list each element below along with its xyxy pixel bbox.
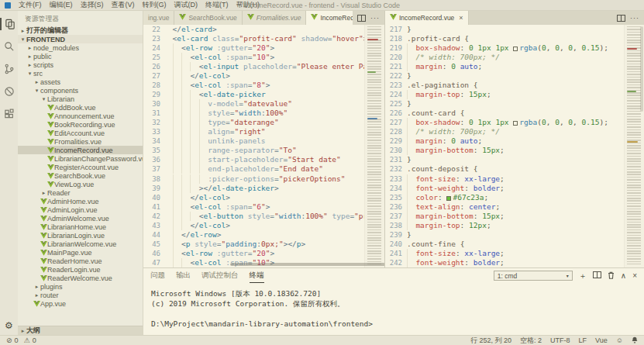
tree-item[interactable]: IncomeRecord.vue bbox=[18, 146, 143, 154]
tree-item[interactable]: ▸scripts bbox=[18, 60, 143, 69]
code-line[interactable]: <el-card class="profit-card" shadow="hov… bbox=[165, 34, 364, 43]
tree-item[interactable]: ReaderWelcome.vue bbox=[18, 274, 143, 282]
settings-gear-icon[interactable]: ⚙ bbox=[5, 321, 13, 330]
code-line[interactable]: :picker-options="pickerOptions" bbox=[165, 174, 364, 184]
code-line[interactable]: box-shadow: 0 1px 1px rgba(0, 0, 0, 0.15… bbox=[407, 43, 608, 53]
kill-terminal-icon[interactable] bbox=[608, 271, 615, 281]
menu-item[interactable]: 编辑(E) bbox=[46, 0, 77, 10]
code-line[interactable]: .count-card { bbox=[407, 109, 608, 118]
code-line[interactable]: v-model="datevalue" bbox=[165, 99, 364, 109]
tree-item[interactable]: BookRecording.vue bbox=[18, 120, 143, 129]
split-editor-icon[interactable] bbox=[357, 15, 366, 22]
code-line[interactable]: </el-col> bbox=[165, 71, 364, 81]
code-line[interactable]: text-align: center; bbox=[407, 202, 608, 212]
code-line[interactable]: </el-col> bbox=[165, 193, 364, 202]
tree-item[interactable]: ▾src bbox=[18, 69, 143, 78]
code-line[interactable]: .profit-card { bbox=[407, 34, 608, 43]
panel-tab[interactable]: 输出 bbox=[176, 269, 191, 283]
code-line[interactable]: font-weight: bolder; bbox=[407, 258, 608, 267]
code-line[interactable]: margin-top: 15px; bbox=[407, 90, 608, 99]
code-line[interactable]: .el-pagination { bbox=[407, 81, 608, 90]
close-panel-icon[interactable]: × bbox=[632, 272, 637, 280]
code-line[interactable]: unlink-panels bbox=[165, 136, 364, 146]
tree-item[interactable]: ReaderHome.vue bbox=[18, 257, 143, 265]
minimap-1[interactable] bbox=[364, 25, 384, 267]
code-line[interactable]: end-placeholder="End date" bbox=[165, 164, 364, 174]
split-editor-icon[interactable] bbox=[617, 15, 625, 22]
code-line[interactable]: } bbox=[407, 25, 608, 34]
language-mode[interactable]: Vue bbox=[595, 336, 608, 344]
code-line[interactable]: margin: 0 auto; bbox=[407, 62, 608, 71]
menu-item[interactable]: 选择(S) bbox=[77, 0, 108, 10]
code-line[interactable]: color: #67c23a; bbox=[407, 193, 608, 202]
code-line[interactable]: } bbox=[407, 230, 608, 240]
extensions-icon[interactable] bbox=[0, 108, 18, 120]
code-line[interactable]: range-separator="To" bbox=[165, 146, 364, 155]
feedback-icon[interactable]: ☺ bbox=[616, 336, 623, 344]
code-line[interactable]: font-size: xx-large; bbox=[407, 174, 608, 184]
split-terminal-icon[interactable] bbox=[593, 271, 601, 280]
code-line[interactable]: align="right" bbox=[165, 127, 364, 136]
code-line[interactable]: </el-col> bbox=[165, 221, 364, 230]
code-line[interactable]: margin-bottom: 15px; bbox=[407, 212, 608, 221]
tree-item[interactable]: ▸plugins bbox=[18, 282, 143, 291]
menu-item[interactable]: 转到(G) bbox=[139, 0, 170, 10]
eol[interactable]: LF bbox=[579, 336, 587, 344]
panel-tab[interactable]: 问题 bbox=[150, 269, 165, 283]
panel-tab[interactable]: 终端 bbox=[250, 269, 264, 283]
open-editors-section[interactable]: ▸ 打开的编辑器 bbox=[18, 26, 143, 35]
code-line[interactable]: font-size: xx-large; bbox=[407, 249, 608, 258]
code-line[interactable]: type="daterange" bbox=[165, 118, 364, 127]
tree-item[interactable]: ▸public bbox=[18, 52, 143, 60]
more-actions-icon[interactable]: ··· bbox=[630, 14, 639, 22]
tree-item[interactable]: App.vue bbox=[18, 299, 143, 308]
code-line[interactable]: <el-button style="width:100%" type="prim… bbox=[165, 212, 364, 221]
tree-item[interactable]: ▸Reader bbox=[18, 188, 143, 197]
code-line[interactable]: font-weight: bolder; bbox=[407, 184, 608, 193]
code-line[interactable]: <el-col :span="6"> bbox=[165, 202, 364, 212]
encoding[interactable]: UTF-8 bbox=[550, 336, 570, 344]
outline-section[interactable]: ▸ 大纲 bbox=[18, 326, 143, 335]
debug-icon[interactable] bbox=[0, 85, 18, 98]
tree-item[interactable]: ▾components bbox=[18, 86, 143, 95]
notifications-icon[interactable] bbox=[632, 336, 638, 345]
tab[interactable]: IncomeRecord.vue× bbox=[385, 11, 469, 25]
menu-item[interactable]: 文件(F) bbox=[15, 0, 46, 10]
tree-item[interactable]: AdminWelcome.vue bbox=[18, 214, 143, 223]
tree-item[interactable]: LibrarianLogin.vue bbox=[18, 231, 143, 240]
code-line[interactable]: <el-date-picker bbox=[165, 90, 364, 99]
tree-item[interactable]: ▸router bbox=[18, 291, 143, 299]
terminal-output[interactable]: Microsoft Windows [版本 10.0.18362.720](c)… bbox=[143, 283, 644, 334]
code-line[interactable]: margin-top: 12px; bbox=[407, 221, 608, 230]
code-line[interactable]: <el-col :span="10"> bbox=[165, 53, 364, 62]
indentation[interactable]: 空格: 2 bbox=[520, 336, 542, 345]
code-line[interactable]: <p style="padding:0px;"></p> bbox=[165, 240, 364, 249]
tree-item[interactable]: Announcement.vue bbox=[18, 112, 143, 120]
tab[interactable]: ing.vue bbox=[143, 11, 174, 25]
code-line[interactable]: } bbox=[407, 155, 608, 164]
editor-1[interactable]: 2223242526272829303132333435363738394041… bbox=[143, 25, 384, 267]
code-line[interactable]: ></el-date-picker> bbox=[165, 184, 364, 193]
tree-item[interactable]: EditAccount.vue bbox=[18, 129, 143, 137]
close-icon[interactable]: × bbox=[459, 14, 463, 22]
code-line[interactable]: <el-input placeholder="Please enter Paym… bbox=[165, 62, 364, 71]
tab[interactable]: IncomeRecord.vue● bbox=[306, 11, 353, 25]
tree-item[interactable]: ▸assets bbox=[18, 78, 143, 86]
code-line[interactable]: margin-bottom: 15px; bbox=[407, 146, 608, 155]
cursor-position[interactable]: 行 252, 列 20 bbox=[470, 336, 511, 345]
root-folder-section[interactable]: ▾ FRONTEND bbox=[18, 35, 143, 43]
tree-item[interactable]: SearchBook.vue bbox=[18, 171, 143, 180]
tree-item[interactable]: Fromalities.vue bbox=[18, 137, 143, 146]
tree-item[interactable]: LibrarianChangePassword.vue bbox=[18, 154, 143, 163]
tree-item[interactable]: ViewLog.vue bbox=[18, 180, 143, 188]
vertical-scrollbar[interactable] bbox=[640, 26, 643, 112]
code-line[interactable]: <el-row :gutter="20"> bbox=[165, 249, 364, 258]
tree-item[interactable]: RegisterAccount.vue bbox=[18, 163, 143, 171]
tree-item[interactable]: MainPage.vue bbox=[18, 248, 143, 257]
tree-item[interactable]: ▸node_modules bbox=[18, 43, 143, 52]
maximize-panel-icon[interactable]: ∧ bbox=[621, 272, 626, 280]
code-line[interactable]: } bbox=[407, 71, 608, 81]
menu-item[interactable]: 查看(V) bbox=[108, 0, 139, 10]
code-line[interactable]: start-placeholder="Start date" bbox=[165, 155, 364, 164]
code-line[interactable]: <el-row :gutter="20"> bbox=[165, 43, 364, 53]
